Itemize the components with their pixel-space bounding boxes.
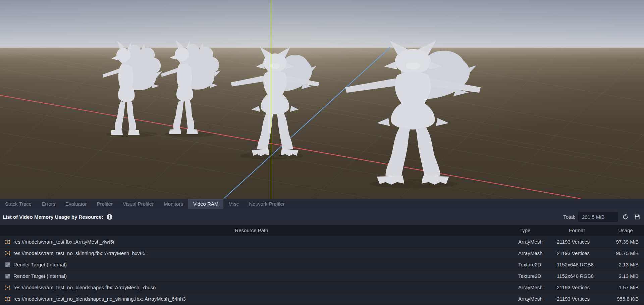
resource-format: 21193 Vertices [547,285,607,290]
horizon-line [0,47,644,48]
resource-usage: 955.8 KiB [607,296,644,302]
vram-info-bar: List of Video Memory Usage by Resource: … [0,209,644,225]
resource-type: ArrayMesh [503,239,547,245]
resource-type: ArrayMesh [503,296,547,302]
total-value-field[interactable]: 201.5 MiB [578,212,618,222]
resource-path: res://models/vram_test_no_blendshapes_no… [13,296,186,302]
resource-type: ArrayMesh [503,250,547,256]
tab-misc[interactable]: Misc [223,199,244,209]
column-header-usage[interactable]: Usage [607,227,644,233]
resource-path: Render Target (Internal) [13,273,67,279]
arraymesh-icon [5,285,11,291]
3d-viewport[interactable] [0,0,644,199]
arraymesh-icon [5,296,11,302]
resource-type: Texture2D [503,262,547,267]
column-header-resource-path[interactable]: Resource Path [0,227,503,233]
column-header-format[interactable]: Format [547,227,607,233]
resource-type: Texture2D [503,273,547,279]
table-row[interactable]: Render Target (Internal) Texture2D 1152x… [0,270,644,282]
resource-path: res://models/vram_test.fbx::ArrayMesh_4w… [13,239,115,245]
resource-usage: 1.57 MiB [607,285,644,290]
texture2d-icon [5,262,11,268]
resource-path: Render Target (Internal) [13,262,67,267]
column-header-type[interactable]: Type [503,227,547,233]
info-icon[interactable] [106,214,113,220]
resource-path: res://models/vram_test_no_skinning.fbx::… [13,250,146,256]
tab-profiler[interactable]: Profiler [92,199,118,209]
arraymesh-icon [5,250,11,256]
resource-usage: 96.75 MiB [607,250,644,256]
resource-format: 21193 Vertices [547,250,607,256]
tab-stack-trace[interactable]: Stack Trace [0,199,37,209]
table-row[interactable]: res://models/vram_test_no_blendshapes_no… [0,293,644,305]
table-row[interactable]: res://models/vram_test.fbx::ArrayMesh_4w… [0,236,644,248]
resource-path: res://models/vram_test_no_blendshapes.fb… [13,285,156,290]
resource-usage: 97.39 MiB [607,239,644,245]
resource-usage: 2.13 MiB [607,273,644,279]
resource-usage: 2.13 MiB [607,262,644,267]
table-header-row: Resource Path Type Format Usage [0,225,644,236]
table-row[interactable]: res://models/vram_test_no_skinning.fbx::… [0,248,644,259]
panel-title: List of Video Memory Usage by Resource: [3,214,103,220]
tab-visual-profiler[interactable]: Visual Profiler [118,199,159,209]
resource-type: ArrayMesh [503,285,547,290]
resource-format: 1152x648 RGB8 [547,262,607,267]
table-row[interactable]: Render Target (Internal) Texture2D 1152x… [0,259,644,270]
vram-table: Resource Path Type Format Usage res://mo… [0,225,644,305]
total-label: Total: [563,214,575,220]
horizon-glow [0,0,644,199]
tab-network-profiler[interactable]: Network Profiler [244,199,290,209]
3d-scene [0,0,644,199]
save-button[interactable] [633,212,641,221]
tab-video-ram[interactable]: Video RAM [188,199,224,209]
tab-errors[interactable]: Errors [37,199,60,209]
tab-evaluator[interactable]: Evaluator [60,199,92,209]
resource-format: 21193 Vertices [547,239,607,245]
texture2d-icon [5,273,11,279]
debugger-tab-bar: Stack Trace Errors Evaluator Profiler Vi… [0,199,644,209]
arraymesh-icon [5,239,11,245]
refresh-button[interactable] [621,212,630,221]
resource-format: 1152x648 RGB8 [547,273,607,279]
resource-format: 21193 Vertices [547,296,607,302]
table-row[interactable]: res://models/vram_test_no_blendshapes.fb… [0,282,644,293]
tab-monitors[interactable]: Monitors [159,199,188,209]
